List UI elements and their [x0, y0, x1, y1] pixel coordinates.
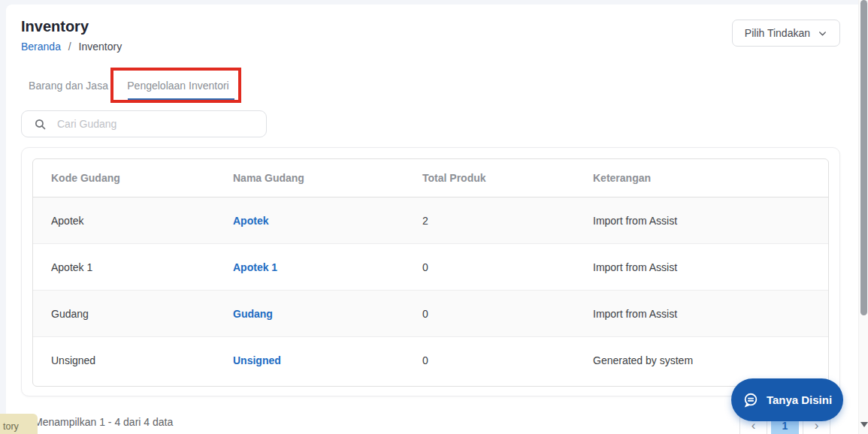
result-summary: Menampilkan 1 - 4 dari 4 data — [34, 416, 173, 428]
cell-keterangan: Generated by system — [575, 354, 828, 366]
clipped-badge-text: tory — [3, 421, 19, 432]
cell-kode-gudang: Apotek 1 — [33, 261, 215, 273]
page-title: Inventory — [21, 18, 89, 35]
cell-kode-gudang: Gudang — [33, 308, 215, 320]
breadcrumb-home-link[interactable]: Beranda — [21, 41, 61, 53]
column-header-kode-gudang: Kode Gudang — [33, 172, 215, 184]
scrollbar-track[interactable] — [858, 0, 868, 434]
warehouse-table-card: Kode Gudang Nama Gudang Total Produk Ket… — [21, 147, 840, 396]
pilih-tindakan-button[interactable]: Pilih Tindakan — [732, 20, 840, 47]
chat-fab-label: Tanya Disini — [767, 393, 832, 406]
table-header-row: Kode Gudang Nama Gudang Total Produk Ket… — [33, 159, 828, 197]
tab-pengelolaan-inventori[interactable]: Pengelolaan Inventori — [116, 69, 240, 104]
column-header-total-produk: Total Produk — [404, 172, 575, 184]
cell-kode-gudang: Unsigned — [33, 354, 215, 366]
tab-barang-dan-jasa[interactable]: Barang dan Jasa — [21, 69, 116, 104]
search-input[interactable] — [57, 118, 257, 130]
breadcrumb-current: Inventory — [79, 41, 122, 53]
breadcrumb-separator: / — [68, 41, 71, 53]
cell-kode-gudang: Apotek — [33, 215, 215, 227]
warehouse-link[interactable]: Apotek — [233, 215, 268, 227]
table-row: Unsigned Unsigned 0 Generated by system — [33, 337, 828, 384]
table-row: Gudang Gudang 0 Import from Assist — [33, 291, 828, 337]
warehouse-table: Kode Gudang Nama Gudang Total Produk Ket… — [32, 158, 829, 387]
pilih-tindakan-label: Pilih Tindakan — [745, 27, 810, 39]
warehouse-link[interactable]: Apotek 1 — [233, 261, 277, 273]
search-icon — [34, 118, 47, 131]
scrollbar-thumb[interactable] — [860, 0, 867, 315]
cell-keterangan: Import from Assist — [575, 308, 828, 320]
search-box — [21, 110, 267, 137]
cell-keterangan: Import from Assist — [575, 261, 828, 273]
tab-label: Pengelolaan Inventori — [127, 80, 228, 92]
cell-total-produk: 0 — [404, 261, 575, 273]
tab-label: Barang dan Jasa — [29, 80, 108, 92]
active-tab-underline — [128, 98, 234, 101]
scrollbar-down-arrow-icon[interactable] — [860, 422, 868, 427]
cell-total-produk: 0 — [404, 354, 575, 366]
column-header-keterangan: Keterangan — [575, 172, 828, 184]
chevron-down-icon — [818, 29, 827, 38]
cell-keterangan: Import from Assist — [575, 215, 828, 227]
tab-bar: Barang dan Jasa Pengelolaan Inventori — [21, 69, 240, 104]
chat-fab-button[interactable]: Tanya Disini — [731, 378, 843, 421]
chat-bubble-icon — [742, 392, 759, 408]
column-header-nama-gudang: Nama Gudang — [215, 172, 404, 184]
table-row: Apotek 1 Apotek 1 0 Import from Assist — [33, 244, 828, 291]
cell-total-produk: 2 — [404, 215, 575, 227]
cell-total-produk: 0 — [404, 308, 575, 320]
table-row: Apotek Apotek 2 Import from Assist — [33, 197, 828, 244]
warehouse-link[interactable]: Gudang — [233, 308, 273, 320]
breadcrumb: Beranda / Inventory — [21, 41, 122, 53]
warehouse-link[interactable]: Unsigned — [233, 354, 281, 366]
clipped-tooltip-badge: tory — [0, 414, 38, 434]
